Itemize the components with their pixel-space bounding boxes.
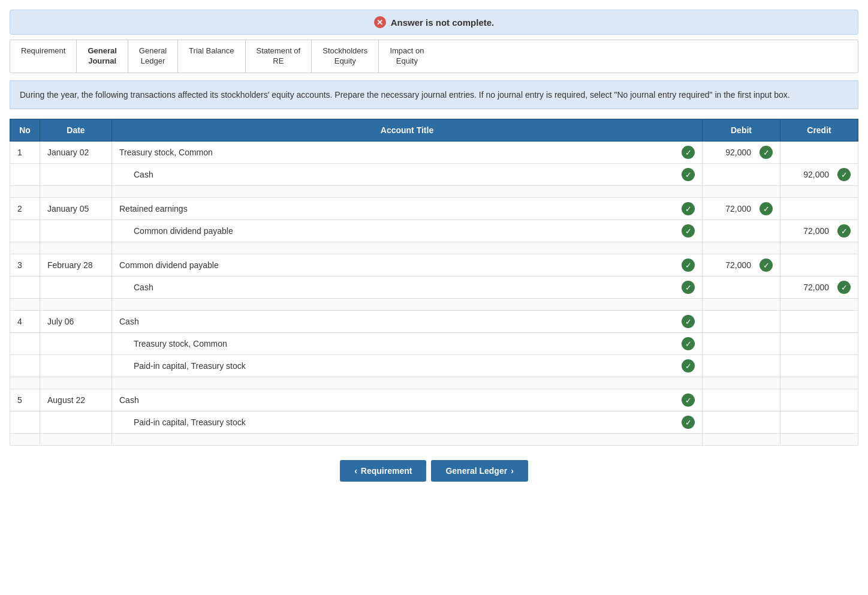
entry-credit[interactable]: 72,000✓	[780, 277, 858, 299]
check-debit-icon: ✓	[760, 146, 773, 159]
entry-debit[interactable]	[703, 333, 780, 355]
entry-account[interactable]: Common dividend payable✓	[112, 220, 703, 242]
entry-date	[40, 355, 112, 377]
journal-table: No Date Account Title Debit Credit 1Janu…	[10, 119, 858, 446]
entry-account[interactable]: Common dividend payable✓	[112, 254, 703, 277]
entry-credit[interactable]	[780, 389, 858, 411]
entry-no: 4	[10, 311, 40, 333]
tab-impact-equity[interactable]: Impact onEquity	[379, 40, 435, 73]
next-chevron-icon: ›	[511, 466, 514, 476]
prev-button-label: Requirement	[361, 466, 412, 476]
table-row: Paid-in capital, Treasury stock✓	[10, 411, 858, 434]
account-name: Cash	[119, 170, 153, 179]
account-name: Retained earnings	[119, 204, 188, 214]
tab-general-journal[interactable]: GeneralJournal	[77, 40, 128, 73]
entry-debit[interactable]	[703, 411, 780, 434]
entry-account[interactable]: Paid-in capital, Treasury stock✓	[112, 355, 703, 377]
tab-trial-balance[interactable]: Trial Balance	[178, 40, 245, 73]
separator-row	[10, 299, 858, 311]
entry-credit[interactable]	[780, 333, 858, 355]
entry-no	[10, 277, 40, 299]
entry-account[interactable]: Cash✓	[112, 164, 703, 186]
table-row: 3February 28Common dividend payable✓72,0…	[10, 254, 858, 277]
entry-date: July 06	[40, 311, 112, 333]
account-name: Paid-in capital, Treasury stock	[119, 417, 246, 427]
entry-debit[interactable]: 72,000✓	[703, 198, 780, 220]
entry-date	[40, 411, 112, 434]
entry-debit[interactable]	[703, 277, 780, 299]
next-button[interactable]: General Ledger ›	[431, 460, 528, 482]
entry-account[interactable]: Cash✓	[112, 389, 703, 411]
entry-account[interactable]: Cash✓	[112, 277, 703, 299]
table-row: 4July 06Cash✓	[10, 311, 858, 333]
account-name: Treasury stock, Common	[119, 148, 213, 157]
account-name: Cash	[119, 283, 153, 292]
entry-debit[interactable]	[703, 311, 780, 333]
check-account-icon: ✓	[682, 259, 695, 272]
check-credit-icon: ✓	[837, 281, 851, 294]
entry-no: 5	[10, 389, 40, 411]
alert-bar: ✕ Answer is not complete.	[10, 10, 858, 35]
entry-credit[interactable]: 72,000✓	[780, 220, 858, 242]
tab-stockholders-equity[interactable]: StockholdersEquity	[312, 40, 379, 73]
entry-debit[interactable]	[703, 220, 780, 242]
entry-date	[40, 220, 112, 242]
account-name: Treasury stock, Common	[119, 339, 227, 348]
entry-credit[interactable]	[780, 142, 858, 164]
entry-debit[interactable]: 72,000✓	[703, 254, 780, 277]
alert-icon: ✕	[374, 16, 386, 28]
entry-credit[interactable]	[780, 411, 858, 434]
account-name: Cash	[119, 317, 139, 326]
nav-buttons: ‹ Requirement General Ledger ›	[10, 460, 858, 482]
account-name: Common dividend payable	[119, 260, 219, 270]
entry-no	[10, 333, 40, 355]
separator-row	[10, 377, 858, 389]
col-header-debit: Debit	[703, 119, 780, 142]
tabs-container: Requirement GeneralJournal GeneralLedger…	[10, 40, 858, 73]
entry-account[interactable]: Retained earnings✓	[112, 198, 703, 220]
entry-credit[interactable]	[780, 355, 858, 377]
entry-debit[interactable]	[703, 389, 780, 411]
check-credit-icon: ✓	[837, 168, 851, 181]
entry-account[interactable]: Paid-in capital, Treasury stock✓	[112, 411, 703, 434]
entry-no: 2	[10, 198, 40, 220]
entry-account[interactable]: Treasury stock, Common✓	[112, 333, 703, 355]
entry-no	[10, 164, 40, 186]
table-row: Treasury stock, Common✓	[10, 333, 858, 355]
entry-debit[interactable]	[703, 355, 780, 377]
entry-date	[40, 277, 112, 299]
col-header-no: No	[10, 119, 40, 142]
tab-requirement[interactable]: Requirement	[10, 40, 77, 73]
separator-row	[10, 242, 858, 254]
entry-account[interactable]: Cash✓	[112, 311, 703, 333]
col-header-account: Account Title	[112, 119, 703, 142]
table-row: Cash✓92,000✓	[10, 164, 858, 186]
entry-credit[interactable]	[780, 198, 858, 220]
entry-debit[interactable]	[703, 164, 780, 186]
credit-value: 72,000	[803, 226, 829, 236]
check-account-icon: ✓	[682, 281, 695, 294]
check-account-icon: ✓	[682, 202, 695, 215]
entry-credit[interactable]: 92,000✓	[780, 164, 858, 186]
check-account-icon: ✓	[682, 359, 695, 372]
entry-no: 1	[10, 142, 40, 164]
entry-account[interactable]: Treasury stock, Common✓	[112, 142, 703, 164]
check-account-icon: ✓	[682, 315, 695, 328]
entry-no	[10, 355, 40, 377]
check-account-icon: ✓	[682, 224, 695, 238]
check-account-icon: ✓	[682, 416, 695, 429]
entry-debit[interactable]: 92,000✓	[703, 142, 780, 164]
entry-date: January 05	[40, 198, 112, 220]
tab-statement-re[interactable]: Statement ofRE	[246, 40, 312, 73]
prev-button[interactable]: ‹ Requirement	[340, 460, 426, 482]
entry-credit[interactable]	[780, 254, 858, 277]
separator-row	[10, 186, 858, 198]
entry-no: 3	[10, 254, 40, 277]
account-name: Common dividend payable	[119, 226, 233, 236]
check-debit-icon: ✓	[760, 202, 773, 215]
credit-value: 72,000	[803, 283, 829, 292]
tab-general-ledger[interactable]: GeneralLedger	[128, 40, 178, 73]
entry-credit[interactable]	[780, 311, 858, 333]
prev-chevron-icon: ‹	[354, 466, 357, 476]
entry-no	[10, 220, 40, 242]
